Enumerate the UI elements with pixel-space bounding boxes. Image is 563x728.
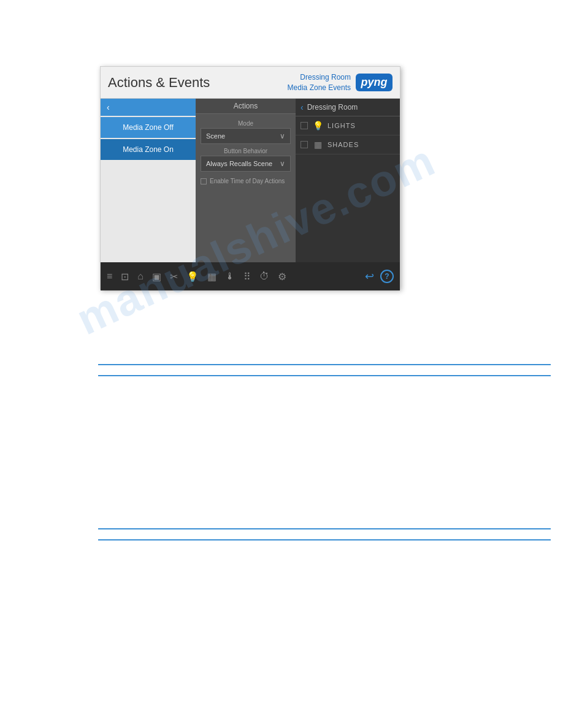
scenes-icon[interactable]: ⠿: [243, 271, 251, 282]
screen-icon[interactable]: ▣: [152, 271, 161, 282]
actions-content: Mode Scene ∨ Button Behavior Always Reca…: [196, 114, 296, 191]
behavior-chevron-down-icon: ∨: [280, 159, 285, 168]
pyng-logo: pyng: [356, 74, 393, 91]
settings-icon[interactable]: ⚙: [278, 271, 286, 282]
button-behavior-dropdown[interactable]: Always Recalls Scene ∨: [201, 156, 291, 172]
room-icon[interactable]: ⊡: [121, 271, 129, 282]
right-item-shades[interactable]: ▦ SHADES: [296, 135, 400, 154]
subtitle-line1: Dressing Room: [288, 72, 351, 83]
shades-checkbox[interactable]: [301, 141, 308, 148]
device-icon[interactable]: ✂: [170, 271, 178, 282]
right-item-lights[interactable]: 💡 LIGHTS: [296, 116, 400, 135]
body-area: ‹ Media Zone Off Media Zone On Actions M…: [101, 99, 400, 262]
lights-toolbar-icon[interactable]: 💡: [186, 271, 199, 282]
actions-bar: Actions: [196, 99, 296, 114]
lights-checkbox[interactable]: [301, 122, 308, 129]
right-back-icon[interactable]: ‹: [301, 102, 304, 112]
undo-button[interactable]: ↩: [365, 270, 374, 283]
header-right: Dressing Room Media Zone Events pyng: [288, 72, 393, 93]
right-panel-header: ‹ Dressing Room: [296, 99, 400, 116]
button-behavior-label: Button Behavior: [201, 148, 291, 154]
enable-time-of-day-label: Enable Time of Day Actions: [210, 178, 285, 184]
line-bottom2: [98, 539, 551, 540]
header-subtitle: Dressing Room Media Zone Events: [288, 72, 351, 93]
left-sidebar: ‹ Media Zone Off Media Zone On: [101, 99, 196, 262]
logo-text: pyng: [361, 76, 388, 89]
right-panel-title: Dressing Room: [307, 103, 358, 112]
center-panel: Actions Mode Scene ∨ Button Behavior Alw…: [196, 99, 296, 262]
home-icon[interactable]: ⌂: [137, 271, 144, 282]
mode-value: Scene: [206, 132, 225, 140]
light-bulb-icon: 💡: [313, 121, 323, 131]
mode-dropdown[interactable]: Scene ∨: [201, 128, 291, 144]
enable-time-of-day-checkbox[interactable]: [201, 178, 207, 184]
line-top2: [98, 375, 551, 376]
shades-toolbar-icon[interactable]: ▦: [207, 271, 216, 282]
shades-icon: ▦: [313, 140, 323, 150]
lights-label: LIGHTS: [327, 122, 356, 129]
ui-container: Actions & Events Dressing Room Media Zon…: [100, 66, 400, 290]
scheduling-icon[interactable]: ⏱: [259, 271, 269, 282]
header: Actions & Events Dressing Room Media Zon…: [101, 67, 400, 99]
toolbar-left: ≡ ⊡ ⌂ ▣ ✂ 💡 ▦ 🌡 ⠿ ⏱ ⚙: [107, 271, 286, 282]
shades-label: SHADES: [327, 141, 359, 148]
help-button[interactable]: ?: [380, 270, 394, 283]
back-arrow-icon: ‹: [107, 102, 110, 112]
subtitle-line2: Media Zone Events: [288, 83, 351, 93]
right-panel: ‹ Dressing Room 💡 LIGHTS ▦ SHADES: [296, 99, 400, 262]
thermostat-icon[interactable]: 🌡: [225, 271, 235, 282]
enable-time-of-day-row: Enable Time of Day Actions: [201, 178, 291, 184]
toolbar-right: ↩ ?: [365, 270, 394, 283]
button-behavior-value: Always Recalls Scene: [206, 160, 272, 167]
page-title: Actions & Events: [108, 75, 210, 91]
mode-label: Mode: [201, 120, 291, 127]
back-button[interactable]: ‹: [101, 99, 196, 116]
mode-chevron-down-icon: ∨: [280, 132, 285, 140]
line-top: [98, 364, 551, 365]
line-bottom: [98, 528, 551, 529]
sidebar-item-media-zone-on[interactable]: Media Zone On: [101, 139, 196, 160]
sidebar-item-media-zone-off[interactable]: Media Zone Off: [101, 117, 196, 138]
menu-icon[interactable]: ≡: [107, 271, 112, 282]
toolbar: ≡ ⊡ ⌂ ▣ ✂ 💡 ▦ 🌡 ⠿ ⏱ ⚙ ↩ ?: [101, 262, 400, 290]
